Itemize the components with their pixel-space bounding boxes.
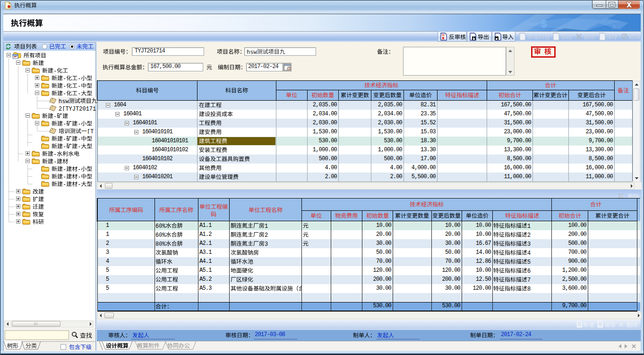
svg-text:8: 8 [527,286,531,291]
svg-text:-: - [77,173,81,179]
svg-text:2: 2 [265,232,268,237]
svg-text:80%: 80% [155,241,166,246]
svg-text:A: A [612,23,617,31]
svg-text:[T: [T [87,128,94,133]
svg-text:1: 1 [265,223,268,228]
svg-text:-: - [77,75,81,80]
svg-text:-: - [77,83,81,88]
svg-text:1: 1 [527,223,531,228]
svg-text:4: 4 [527,250,531,255]
svg-text:2: 2 [527,232,531,237]
svg-text:-: - [53,151,57,156]
svg-text:-: - [63,90,66,95]
svg-text:-: - [77,121,81,126]
svg-text:$: $ [541,18,547,30]
svg-text:-: - [63,83,66,88]
svg-text:60%: 60% [155,223,166,228]
svg-text:5: 5 [527,259,531,264]
svg-text:3: 3 [527,241,531,246]
svg-text:-: - [53,158,57,164]
svg-text:-: - [77,181,81,186]
svg-text:-: - [63,75,66,80]
svg-text:3: 3 [265,241,268,246]
svg-text:-: - [63,166,66,171]
svg-text:-: - [63,181,66,186]
svg-text:-: - [53,113,57,118]
svg-text:60%: 60% [155,232,166,237]
svg-text:hsw: hsw [59,98,69,103]
svg-text:-: - [77,166,81,171]
svg-text:7: 7 [527,277,531,282]
svg-text:-: - [63,136,66,141]
svg-text:-: - [77,143,81,148]
svg-text:-: - [63,173,66,179]
svg-text:-: - [77,136,81,141]
svg-text:-: - [77,90,81,95]
svg-text:2[TYJT20171: 2[TYJT20171 [59,105,96,111]
svg-text:-: - [63,143,66,148]
svg-text:-: - [63,121,66,126]
svg-text:6: 6 [527,268,531,273]
svg-text:-: - [53,68,57,73]
svg-text:hsw: hsw [247,49,257,54]
